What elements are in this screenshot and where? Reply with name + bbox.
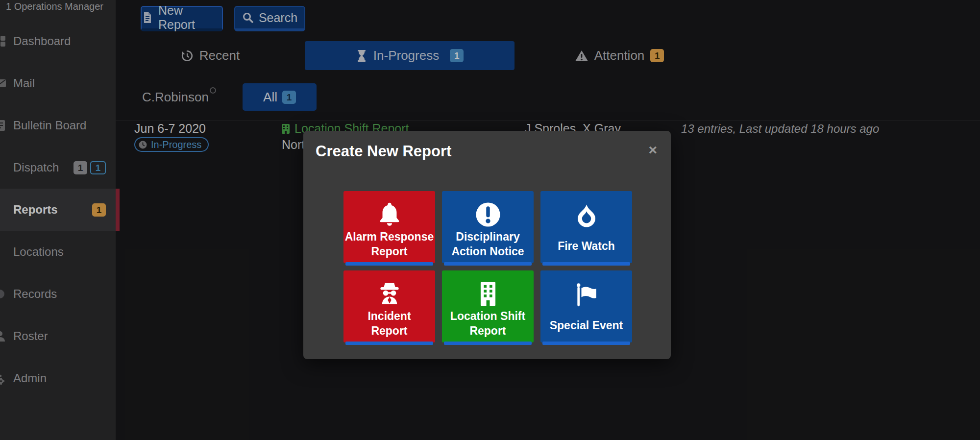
create-new-report-modal: Create New Report × Alarm Response Repor… (303, 131, 671, 359)
tile-underline (345, 262, 433, 266)
tile-underline (345, 342, 433, 345)
exclamation-circle-icon (474, 199, 502, 230)
tile-label: Location Shift Report (450, 309, 525, 342)
building-icon (475, 278, 501, 309)
tile-label: Incident Report (368, 309, 411, 342)
close-icon[interactable]: × (648, 142, 657, 158)
tile-underline (542, 342, 630, 345)
flag-icon (573, 278, 600, 313)
tile-underline (542, 262, 630, 266)
tile-location-shift-report[interactable]: Location Shift Report (442, 270, 534, 342)
tile-label: Alarm Response Report (345, 230, 434, 263)
tile-label: Special Event (550, 313, 623, 342)
tile-fire-watch[interactable]: Fire Watch (540, 191, 632, 263)
tile-disciplinary-action-notice[interactable]: Disciplinary Action Notice (442, 191, 534, 263)
tile-incident-report[interactable]: Incident Report (343, 270, 435, 342)
modal-title: Create New Report (316, 143, 451, 160)
tile-underline (444, 262, 532, 266)
spy-icon (376, 278, 403, 309)
tile-label: Disciplinary Action Notice (451, 230, 524, 263)
bell-icon (376, 199, 403, 230)
report-type-grid: Alarm Response Report Disciplinary Actio… (343, 191, 632, 342)
tile-special-event[interactable]: Special Event (540, 270, 632, 342)
flame-icon (573, 199, 600, 233)
tile-label: Fire Watch (558, 233, 615, 263)
tile-alarm-response-report[interactable]: Alarm Response Report (343, 191, 435, 263)
tile-underline (444, 342, 532, 345)
